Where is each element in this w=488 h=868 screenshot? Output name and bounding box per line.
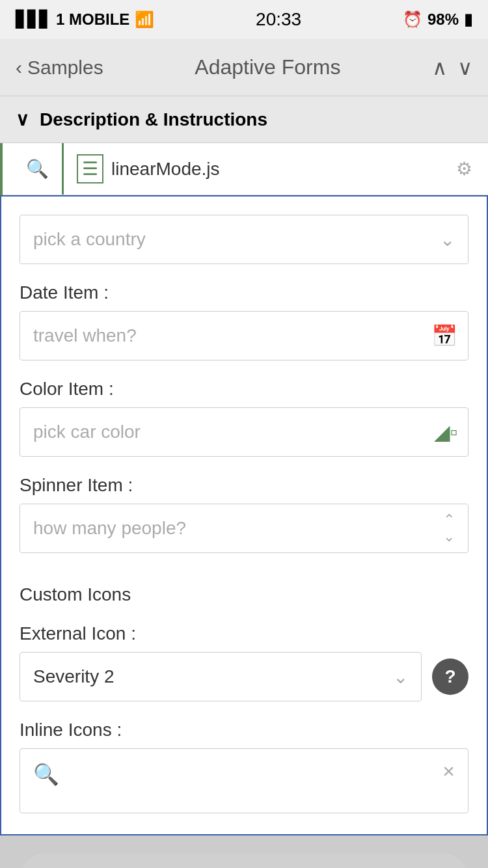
url-bar-container: AA 🔒 /ww-demos.smartclient.com ↻ bbox=[0, 835, 488, 868]
alarm-icon: ⏰ bbox=[403, 10, 422, 29]
search-icon: 🔍 bbox=[26, 158, 49, 180]
color-picker-icon[interactable]: ◢▫ bbox=[424, 420, 468, 444]
inline-icons-field: Inline Icons : 🔍 × bbox=[20, 720, 468, 813]
status-carrier: ▋▋▋ 1 MOBILE 📶 bbox=[16, 10, 154, 29]
spinner-placeholder: how many people? bbox=[33, 518, 443, 539]
back-chevron-icon: ‹ bbox=[16, 57, 22, 79]
toolbar-file: ☰ linearMode.js bbox=[64, 154, 456, 183]
color-label: Color Item : bbox=[20, 379, 468, 400]
status-bar: ▋▋▋ 1 MOBILE 📶 20:33 ⏰ 98% ▮ bbox=[0, 0, 488, 39]
nav-arrows: ∧ ∨ bbox=[432, 55, 472, 80]
status-time: 20:33 bbox=[256, 9, 301, 30]
external-icon-label: External Icon : bbox=[20, 623, 468, 644]
toolbar: 🔍 ☰ linearMode.js ⚙ bbox=[0, 143, 488, 195]
external-icon-field: External Icon : Severity 2 ⌄ ? bbox=[20, 623, 468, 701]
country-placeholder: pick a country bbox=[33, 229, 440, 250]
nav-down-icon[interactable]: ∨ bbox=[457, 55, 472, 80]
carrier-label: 1 MOBILE bbox=[56, 10, 129, 29]
spinner-arrows[interactable]: ⌃ ⌄ bbox=[443, 511, 455, 546]
status-battery: ⏰ 98% ▮ bbox=[403, 10, 472, 29]
nav-bar: ‹ Samples Adaptive Forms ∧ ∨ bbox=[0, 39, 488, 96]
country-dropdown[interactable]: pick a country ⌄ bbox=[20, 215, 468, 264]
severity-wrapper: Severity 2 ⌄ ? bbox=[20, 652, 468, 701]
spinner-field: Spinner Item : how many people? ⌃ ⌄ bbox=[20, 475, 468, 553]
file-icon: ☰ bbox=[77, 154, 103, 183]
main-form: pick a country ⌄ Date Item : 📅 Color Ite… bbox=[0, 195, 488, 835]
spinner-up-icon[interactable]: ⌃ bbox=[443, 511, 455, 528]
date-field: Date Item : 📅 bbox=[20, 282, 468, 360]
signal-icon: ▋▋▋ bbox=[16, 10, 51, 29]
severity-chevron-icon: ⌄ bbox=[393, 666, 408, 688]
date-input[interactable] bbox=[20, 312, 421, 360]
gear-icon[interactable]: ⚙ bbox=[456, 158, 472, 180]
search-button[interactable]: 🔍 bbox=[13, 143, 64, 195]
spinner-label: Spinner Item : bbox=[20, 475, 468, 496]
nav-back-button[interactable]: ‹ Samples bbox=[16, 57, 103, 79]
desc-bar[interactable]: ∨ Description & Instructions bbox=[0, 96, 488, 143]
inline-icons-label: Inline Icons : bbox=[20, 720, 468, 740]
date-input-wrapper: 📅 bbox=[20, 311, 468, 360]
color-field: Color Item : ◢▫ bbox=[20, 379, 468, 457]
wifi-icon: 📶 bbox=[135, 10, 154, 29]
toolbar-left-bar bbox=[0, 143, 3, 195]
nav-up-icon[interactable]: ∧ bbox=[432, 55, 447, 80]
spinner-down-icon[interactable]: ⌄ bbox=[443, 528, 455, 545]
calendar-icon[interactable]: 📅 bbox=[421, 323, 468, 348]
battery-percent: 98% bbox=[427, 10, 459, 29]
date-label: Date Item : bbox=[20, 282, 468, 303]
inline-search-icon: 🔍 bbox=[33, 762, 59, 787]
toolbar-filename: linearMode.js bbox=[111, 159, 220, 180]
country-chevron-icon: ⌄ bbox=[440, 229, 455, 251]
nav-back-label: Samples bbox=[27, 57, 103, 79]
desc-label: Description & Instructions bbox=[40, 109, 267, 130]
nav-title: Adaptive Forms bbox=[103, 55, 432, 79]
url-bar[interactable]: AA 🔒 /ww-demos.smartclient.com ↻ bbox=[21, 854, 467, 868]
help-icon[interactable]: ? bbox=[432, 658, 468, 695]
custom-icons-heading: Custom Icons bbox=[20, 584, 468, 605]
battery-icon: ▮ bbox=[464, 10, 472, 29]
desc-chevron-icon: ∨ bbox=[16, 109, 29, 130]
severity-dropdown[interactable]: Severity 2 ⌄ bbox=[20, 652, 422, 701]
spinner-input-wrapper: how many people? ⌃ ⌄ bbox=[20, 504, 468, 553]
severity-value: Severity 2 bbox=[33, 666, 393, 687]
color-input-wrapper: ◢▫ bbox=[20, 407, 468, 457]
inline-close-icon[interactable]: × bbox=[442, 759, 455, 783]
inline-input-wrapper[interactable]: 🔍 × bbox=[20, 748, 468, 813]
color-input[interactable] bbox=[20, 408, 424, 456]
country-field: pick a country ⌄ bbox=[20, 215, 468, 264]
